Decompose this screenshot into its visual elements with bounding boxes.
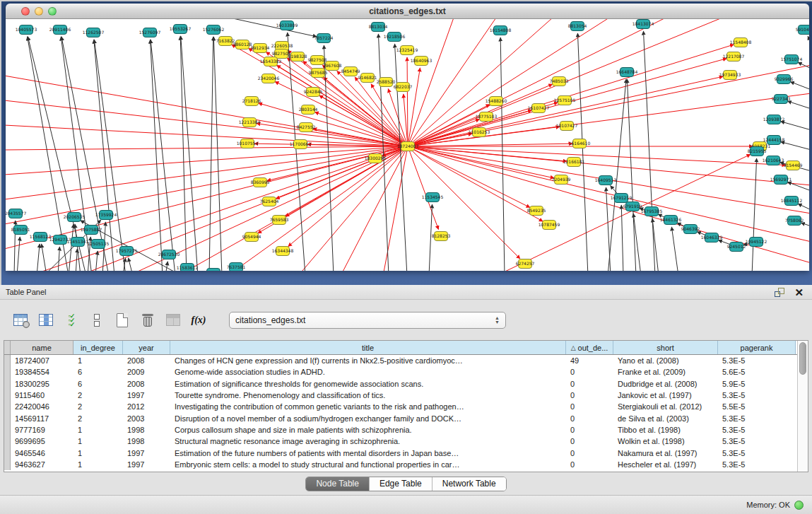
graph-node[interactable]: 11016253 — [469, 128, 490, 137]
tab-network-table[interactable]: Network Table — [433, 477, 506, 491]
citation-graph[interactable]: 1872400771638228860128891293422260538982… — [6, 19, 809, 271]
graph-node[interactable]: 8360995 — [251, 178, 270, 187]
graph-node[interactable]: 6822037 — [394, 83, 413, 92]
graph-node[interactable]: 12505135 — [88, 240, 110, 249]
close-panel-icon[interactable]: ✕ — [794, 288, 804, 297]
graph-node[interactable]: 7857224 — [314, 34, 334, 43]
graph-node[interactable]: 7659583 — [270, 216, 289, 225]
table-row[interactable]: 1456911722003Disruption of a novel membe… — [4, 412, 797, 424]
graph-node[interactable]: 11451341 — [67, 238, 89, 247]
graph-node[interactable]: 2803144 — [299, 105, 318, 115]
graph-node[interactable]: 16210643 — [763, 156, 784, 165]
table-row[interactable]: 1938455462009Genome-wide association stu… — [4, 366, 797, 378]
graph-node[interactable]: 10154808 — [490, 26, 512, 35]
table-scrollbar[interactable] — [797, 341, 808, 472]
network-canvas[interactable]: 1872400771638228860128891293422260538982… — [6, 19, 809, 271]
function-builder-button[interactable]: f(x) — [188, 310, 209, 331]
graph-node[interactable]: 9054944 — [242, 233, 261, 242]
graph-node[interactable]: 20911406 — [49, 25, 71, 35]
graph-node[interactable]: 12213384 — [239, 118, 261, 127]
graph-node[interactable]: 9875685 — [309, 69, 328, 78]
graph-node[interactable]: 12575105 — [554, 96, 576, 105]
row-height-button[interactable] — [86, 310, 107, 331]
tab-node-table[interactable]: Node Table — [306, 477, 370, 491]
graph-node[interactable]: 15488260 — [486, 97, 507, 106]
create-column-button[interactable] — [112, 310, 133, 331]
graph-node[interactable]: 11534545 — [422, 193, 444, 202]
graph-node[interactable]: 8427552 — [297, 123, 316, 132]
graph-node[interactable]: 18640963 — [411, 57, 433, 66]
graph-node[interactable]: 11568123 — [30, 233, 52, 242]
table-row[interactable]: 1872400712008Changes of HCN gene express… — [4, 355, 797, 366]
column-header-name[interactable]: name — [11, 341, 73, 354]
select-columns-button[interactable]: ▫✓▫✓▫✓ — [61, 310, 82, 331]
graph-node[interactable]: 8813034 — [369, 23, 388, 32]
zoom-window-icon[interactable] — [48, 7, 57, 16]
column-header-in-degree[interactable]: in_degree — [73, 341, 123, 354]
column-header-short[interactable]: short — [613, 341, 718, 354]
graph-node[interactable]: 10107427 — [556, 122, 578, 131]
graph-node[interactable]: 15276097 — [139, 28, 161, 37]
close-window-icon[interactable] — [21, 7, 30, 16]
graph-node[interactable]: 9154469 — [784, 161, 803, 170]
graph-node[interactable]: 12093872 — [763, 115, 785, 124]
graph-node[interactable]: 7625404 — [260, 197, 279, 206]
column-header-year[interactable]: year — [123, 341, 170, 354]
graph-node[interactable]: 15276062 — [203, 25, 225, 35]
column-header-pagerank[interactable]: pagerank — [718, 341, 796, 354]
graph-node[interactable]: 11548408 — [730, 38, 752, 47]
graph-node[interactable]: 9146821 — [358, 74, 377, 83]
graph-node[interactable]: 16164610 — [569, 139, 591, 148]
graph-node[interactable]: 7204939 — [552, 175, 571, 185]
column-header-out-degree[interactable]: △ out_de... — [566, 341, 613, 354]
graph-node[interactable]: 7163822 — [216, 37, 235, 46]
graph-node[interactable]: 12166181 — [563, 158, 585, 167]
table-row[interactable]: 977716911998Corpus callosum shape and si… — [4, 424, 797, 436]
graph-node[interactable]: 10553267 — [170, 25, 192, 34]
graph-node[interactable]: 9227343 — [772, 95, 791, 104]
graph-node[interactable]: 7485033 — [550, 77, 569, 86]
graph-node[interactable]: 8128253 — [432, 232, 451, 241]
graph-node[interactable]: 9242845 — [304, 88, 323, 97]
graph-node[interactable]: 8185051 — [11, 226, 30, 235]
table-row[interactable]: 946554611997Estimation of the future num… — [4, 447, 797, 458]
graph-node[interactable]: 2718126 — [242, 97, 261, 106]
graph-node[interactable]: 12217087 — [723, 52, 745, 62]
graph-node[interactable]: 18300295 — [365, 154, 387, 163]
table-selector-dropdown[interactable]: citations_edges.txt ▲▼ — [229, 312, 506, 329]
graph-node[interactable]: 11262507 — [83, 28, 105, 37]
graph-node[interactable]: 9329966 — [775, 75, 794, 84]
graph-node[interactable]: 16107427 — [528, 104, 550, 113]
graph-node[interactable]: 8860128 — [233, 40, 252, 49]
graph-node[interactable]: 8912934 — [251, 44, 270, 53]
show-columns-button[interactable] — [35, 310, 57, 331]
graph-node[interactable]: 10107554 — [237, 139, 259, 148]
graph-node[interactable]: 20435577 — [6, 209, 26, 218]
graph-node[interactable]: 10787459 — [539, 221, 560, 230]
graph-node[interactable]: 8198328 — [288, 52, 307, 62]
scrollbar-thumb[interactable] — [799, 342, 806, 375]
graph-node[interactable]: 6274257 — [516, 259, 535, 269]
table-row[interactable]: 1830029562008Estimation of significance … — [4, 378, 797, 390]
graph-node[interactable]: 18413074 — [632, 20, 654, 29]
tab-edge-table[interactable]: Edge Table — [370, 477, 433, 491]
graph-node[interactable]: 17359924 — [95, 211, 117, 220]
graph-node[interactable]: 9160203 — [204, 269, 223, 271]
graph-node[interactable]: 23420046 — [258, 74, 280, 83]
float-panel-icon[interactable] — [775, 288, 784, 297]
minimize-window-icon[interactable] — [35, 7, 43, 16]
graph-node[interactable]: 8215955 — [748, 147, 767, 156]
graph-node[interactable]: 7637581 — [227, 263, 246, 271]
graph-node[interactable]: 6791919 — [623, 202, 642, 211]
memory-ok-indicator-icon[interactable] — [794, 501, 804, 510]
table-row[interactable]: 911546021997Tourette syndrome. Phenomeno… — [4, 390, 797, 401]
table-settings-button[interactable] — [10, 310, 31, 331]
graph-node[interactable]: 16791219 — [611, 194, 632, 203]
graph-node[interactable]: 9046392 — [681, 225, 700, 234]
graph-node[interactable]: 11583612 — [177, 264, 199, 271]
graph-node[interactable]: 7758062 — [785, 216, 804, 226]
graph-node[interactable]: 2967608 — [323, 62, 342, 71]
table-row[interactable]: 2242004622012Investigating the contribut… — [4, 401, 797, 412]
graph-node[interactable]: 5910427 — [796, 25, 809, 35]
graph-node[interactable]: 8454749 — [341, 67, 360, 76]
